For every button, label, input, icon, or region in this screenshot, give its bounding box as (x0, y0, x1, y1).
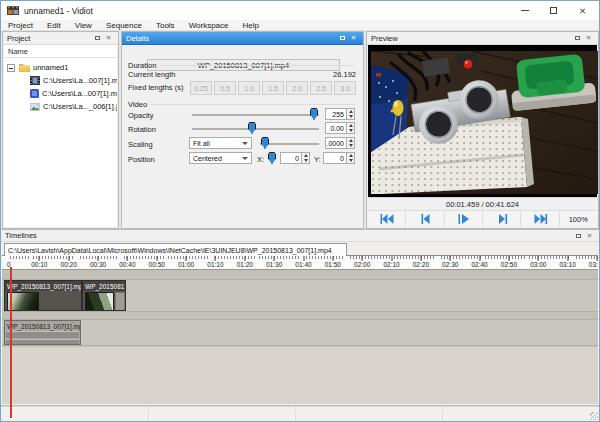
clip-label: WP_20150813_007[1].mp (5, 321, 80, 331)
menu-view[interactable]: View (68, 20, 99, 31)
preview-panel-title: Preview (371, 34, 398, 43)
rotation-spinner[interactable]: 0.00 (325, 122, 355, 134)
tree-item-root-folder[interactable]: unnamed1 (4, 61, 117, 74)
project-float-button[interactable] (92, 33, 103, 43)
float-panel-icon (575, 36, 580, 40)
timeline-tab[interactable]: C:\Users\Lavish\AppData\Local\Microsoft\… (4, 243, 347, 256)
play-icon (456, 214, 470, 224)
fixed-length-button-0.25[interactable]: 0.25 (190, 81, 212, 95)
project-panel: Project ✕ Name unnamed1 C:\Users\La...00… (2, 31, 119, 229)
preview-float-button[interactable] (572, 33, 583, 43)
position-x-value: 0 (281, 153, 301, 163)
resize-grip[interactable] (590, 412, 598, 420)
close-icon: ✕ (106, 34, 111, 42)
video-section-label: Video (128, 100, 147, 109)
project-panel-title: Project (7, 34, 30, 43)
next-frame-button[interactable] (483, 210, 521, 227)
position-dropdown[interactable]: Centered (189, 152, 252, 164)
play-button[interactable] (445, 210, 483, 227)
tree-item-image-file[interactable]: C:\Users\La..._006[1].jpg (4, 100, 117, 113)
menu-edit[interactable]: Edit (40, 20, 68, 31)
ruler-tick-label: 01:00 (178, 261, 194, 268)
position-x-slider-thumb[interactable] (268, 152, 276, 164)
fixed-length-button-1.0[interactable]: 1.0 (238, 81, 260, 95)
timelines-close-button[interactable]: ✕ (584, 231, 595, 241)
maximize-icon (550, 7, 557, 14)
position-selected-option: Centered (193, 155, 222, 162)
fixed-length-button-0.5[interactable]: 0.5 (214, 81, 236, 95)
menu-workspace[interactable]: Workspace (182, 20, 236, 31)
timelines-float-button[interactable] (573, 231, 584, 241)
minimize-button[interactable] (510, 1, 539, 20)
opacity-slider-thumb[interactable] (310, 108, 318, 120)
title-bar[interactable]: unnamed1 - Vidiot ✕ (1, 1, 599, 20)
video-track[interactable]: WP_20150813_007[1].mp WP_20150813_ (2, 279, 598, 312)
menu-sequence[interactable]: Sequence (99, 20, 149, 31)
previous-frame-icon (418, 214, 432, 224)
chevron-down-icon (242, 142, 248, 145)
opacity-slider[interactable] (192, 108, 319, 121)
spin-down-icon[interactable] (347, 114, 354, 119)
ruler-tick-label: 00:20 (61, 261, 77, 268)
rotation-slider-thumb[interactable] (248, 122, 256, 134)
fixed-length-button-2.5[interactable]: 2.5 (310, 81, 332, 95)
spin-down-icon[interactable] (347, 128, 354, 133)
menu-help[interactable]: Help (236, 20, 266, 31)
goto-end-button[interactable] (521, 210, 559, 227)
status-cell (149, 407, 296, 421)
audio-waveform-band (6, 331, 79, 338)
project-column-header[interactable]: Name (4, 45, 117, 58)
close-icon: ✕ (351, 34, 356, 42)
previous-frame-button[interactable] (406, 210, 444, 227)
menu-tools[interactable]: Tools (149, 20, 182, 31)
next-frame-icon (495, 214, 509, 224)
project-close-button[interactable]: ✕ (103, 33, 114, 43)
collapse-icon[interactable] (7, 64, 15, 72)
spin-down-icon[interactable] (347, 158, 354, 163)
close-icon: ✕ (586, 34, 591, 42)
maximize-button[interactable] (539, 1, 568, 20)
folder-icon (19, 63, 30, 72)
scaling-dropdown[interactable]: Fit all (189, 137, 252, 149)
spin-down-icon[interactable] (302, 158, 309, 163)
scaling-slider[interactable] (260, 137, 319, 150)
position-x-spinner[interactable]: 0 (280, 152, 310, 164)
goto-start-button[interactable] (368, 210, 406, 227)
audio-clip-1[interactable]: WP_20150813_007[1].mp (4, 320, 81, 345)
rotation-slider[interactable] (192, 122, 319, 135)
audio-track[interactable]: WP_20150813_007[1].mp (2, 319, 598, 346)
float-panel-icon (340, 36, 345, 40)
ruler-tick-label: 01:40 (295, 261, 311, 268)
position-label: Position (128, 155, 155, 164)
video-clip-2[interactable]: WP_20150813_ (82, 280, 126, 311)
opacity-spinner[interactable]: 255 (325, 108, 355, 120)
close-button[interactable]: ✕ (568, 1, 597, 20)
playback-speed-button[interactable]: 100% (560, 210, 597, 227)
timeline-ruler[interactable]: 0 00:1000:2000:3000:4000:5001:0001:1001:… (2, 256, 598, 270)
scaling-label: Scaling (128, 140, 153, 149)
details-float-button[interactable] (337, 33, 348, 43)
fixed-length-button-1.5[interactable]: 1.5 (262, 81, 284, 95)
tree-item-clip-file[interactable]: C:\Users\La...007[1].mp4 (4, 87, 117, 100)
ruler-tick-label: 02:40 (471, 261, 487, 268)
scaling-slider-thumb[interactable] (261, 137, 269, 149)
tree-item-video-file[interactable]: C:\Users\La...007[1].mp4 (4, 74, 117, 87)
position-y-spinner[interactable]: 0 (323, 152, 355, 164)
menu-project[interactable]: Project (1, 20, 40, 31)
spin-down-icon[interactable] (347, 143, 354, 148)
timeline-tracks: WP_20150813_007[1].mp WP_20150813_ WP_20… (2, 270, 598, 404)
rotation-label: Rotation (128, 125, 156, 134)
preview-close-button[interactable]: ✕ (583, 33, 594, 43)
details-close-button[interactable]: ✕ (348, 33, 359, 43)
playhead-cursor[interactable] (10, 267, 12, 418)
preview-time-display: 00:01.459 / 00:41.624 (368, 197, 597, 210)
video-clip-1[interactable]: WP_20150813_007[1].mp (4, 280, 82, 311)
rotation-value: 0.00 (326, 123, 346, 133)
timelines-panel-title: Timelines (5, 231, 37, 240)
position-x-slider[interactable] (266, 152, 279, 165)
fixed-length-button-2.0[interactable]: 2.0 (286, 81, 308, 95)
tree-item-label: unnamed1 (33, 63, 68, 72)
preview-video-area (368, 45, 597, 197)
scaling-spinner[interactable]: .0000 (325, 137, 355, 149)
fixed-length-button-3.0[interactable]: 3.0 (334, 81, 356, 95)
